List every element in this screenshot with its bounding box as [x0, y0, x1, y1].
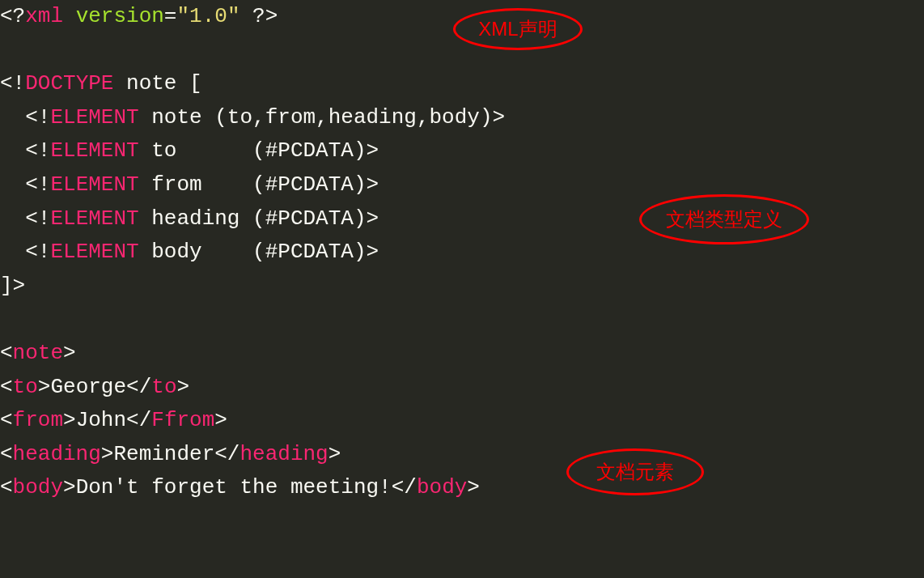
body-value: Don't forget the meeting! [76, 475, 392, 499]
code-line-8: ]> [0, 274, 25, 298]
annotation-xml-declaration: XML声明 [453, 8, 583, 50]
version-value: "1.0" [176, 4, 239, 28]
code-line-2: <!DOCTYPE note [ [0, 71, 202, 96]
code-editor: <?xml version="1.0" ?> <!DOCTYPE note [ … [0, 0, 924, 505]
version-attr: version [76, 4, 164, 28]
code-line-10: <to>George</to> [0, 375, 189, 399]
code-line-5: <!ELEMENT from (#PCDATA)> [0, 172, 379, 197]
code-line-12: <heading>Reminder</heading> [0, 442, 341, 466]
code-line-3: <!ELEMENT note (to,from,heading,body)> [0, 105, 505, 130]
code-line-11: <from>John</Ffrom> [0, 408, 227, 432]
code-line-6: <!ELEMENT heading (#PCDATA)> [0, 206, 379, 231]
from-value: John [76, 408, 126, 432]
heading-value: Reminder [113, 442, 214, 466]
xml-keyword: xml [25, 4, 63, 28]
to-tag: to [13, 375, 38, 399]
annotation-dtd: 文档类型定义 [639, 194, 809, 244]
code-line-9: <note> [0, 341, 76, 365]
to-value: George [50, 375, 126, 399]
xml-decl-open: <? [0, 4, 25, 28]
annotation-document-elements: 文档元素 [566, 448, 704, 495]
code-line-13: <body>Don't forget the meeting!</body> [0, 475, 480, 499]
body-tag: body [13, 475, 63, 499]
note-tag: note [13, 341, 63, 365]
from-tag: from [13, 408, 63, 432]
code-line-7: <!ELEMENT body (#PCDATA)> [0, 240, 379, 264]
code-line-4: <!ELEMENT to (#PCDATA)> [0, 138, 379, 163]
element-keyword: ELEMENT [50, 105, 138, 130]
doctype-keyword: DOCTYPE [25, 71, 113, 96]
code-line-1: <?xml version="1.0" ?> [0, 4, 278, 28]
heading-tag: heading [13, 442, 101, 466]
